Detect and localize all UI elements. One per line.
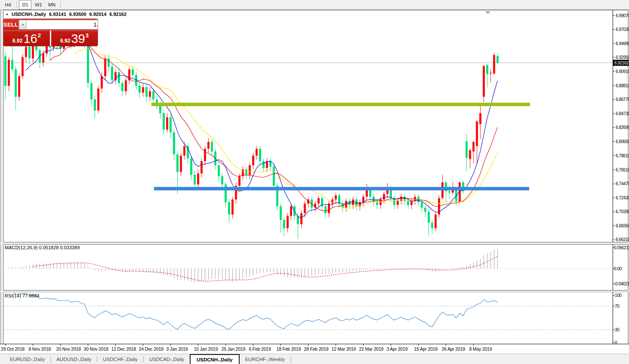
bid-price-prefix: 6.92 [12,38,22,44]
rsi-panel[interactable] [3,292,628,344]
price-axis-label: 6.72430 [616,196,629,200]
rsi-axis-label: 100 [615,293,622,298]
price-axis-label: 6.84730 [616,111,629,116]
price-axis-label: 6.97030 [616,27,629,32]
date-axis-label: 20 Nov 2018 [56,346,81,352]
sell-price-button[interactable]: 6.92 16 2 [3,31,50,46]
tab-usdcad-daily[interactable]: USDCAD-,Daily [144,354,190,364]
price-axis-label: 6.78610 [616,153,629,158]
date-axis-label: 12 Mar 2019 [332,346,356,352]
toolbar-separator [60,1,61,8]
price-axis-label: 6.80650 [616,139,629,144]
price-axis-label: 6.94990 [616,41,629,46]
date-axis-label: 28 Feb 2019 [304,346,329,352]
date-axis-label: 12 Dec 2018 [111,346,136,352]
panel-splitter-macd[interactable] [0,243,629,244]
macd-axis-label: 0.056211 [614,245,629,250]
volume-decrease-button[interactable]: ▼ [19,20,27,29]
ohlc-open: 6.93141 [49,12,66,17]
date-axis-label: 8 May 2019 [469,346,492,352]
date-axis-label: 30 Nov 2018 [84,346,109,352]
tab-separator [290,356,291,362]
timeframe-button-d1[interactable]: D1 [19,0,31,9]
price-axis-label: 6.92950 [616,55,629,60]
ohlc-low: 6.92014 [89,12,107,17]
rsi-axis-label: 30 [615,327,620,332]
date-axis-label: 22 Mar 2019 [359,346,384,352]
macd-panel[interactable] [3,245,628,291]
chart-canvas[interactable]: 6.990706.970306.949906.929506.909106.888… [0,10,629,354]
ohlc-high: 6.93500 [69,12,86,17]
support-line-object[interactable] [154,187,529,190]
chart-symbol-timeframe: USDCNH-,Daily [12,12,46,17]
date-axis-label: 25 Jan 2019 [222,346,246,352]
price-axis-label: 6.86770 [616,97,629,102]
date-axis-label: 15 Jan 2019 [194,346,218,352]
sell-button[interactable]: SELL [3,21,18,28]
price-axis-label: 6.99070 [616,13,629,18]
timeframe-toolbar: H4D1W1MN [0,0,629,10]
buy-price-button[interactable]: 6.92 39 3 [51,31,98,46]
panel-splitter-rsi[interactable] [0,291,629,292]
macd-label: MACD(12,26,9) 0.051828 0.033389 [5,245,80,250]
date-axis-label: 24 Dec 2018 [139,346,164,352]
toolbar-separator [16,1,17,8]
macd-axis-label: 0.00 [614,266,622,271]
timeframe-button-h4[interactable]: H4 [2,0,14,9]
mt4-chart-window: H4D1W1MN 6.990706.970306.949906.929506.9… [0,0,629,364]
ask-price-digits: 39 [71,32,85,45]
ask-price-prefix: 6.92 [60,38,70,44]
volume-stepper: ▼ ▲ [18,20,98,30]
chart-title: ▲ USDCNH-,Daily 6.93141 6.93500 6.92014 … [6,12,126,17]
tab-eurchf-weekly[interactable]: EURCHF-,Weekly [240,354,290,364]
volume-input[interactable] [27,20,98,29]
price-axis-label: 6.82690 [616,125,629,130]
date-axis-label: 29 Oct 2018 [1,346,25,352]
date-axis-label: 3 Jan 2019 [166,346,188,352]
timeframe-button-w1[interactable]: W1 [32,0,45,9]
tab-usdcnh-daily[interactable]: USDCNH-,Daily [190,354,240,364]
tab-audusd-daily[interactable]: AUDUSD-,Daily [51,354,97,364]
date-axis-label: 18 Feb 2019 [277,346,301,352]
resistance-line-object[interactable] [151,103,530,106]
price-axis-label: 6.88810 [616,83,629,88]
rsi-label: RSI(14) 77.8884 [5,293,40,298]
bid-price-pip: 2 [38,32,41,39]
date-axis-label: 6 Feb 2019 [249,346,271,352]
price-axis-label: 6.76510 [616,168,629,172]
rsi-axis-label: 0 [615,340,617,345]
ohlc-close: 6.92162 [109,12,126,17]
price-axis-label: 6.68350 [616,223,629,228]
date-axis-label: 8 Nov 2018 [29,346,51,352]
price-axis-label: 6.90910 [616,69,629,74]
one-click-trade-panel: SELL ▼ ▲ BUY 6.92 16 2 6.92 39 3 [3,19,98,46]
date-axis-label: 26 Apr 2019 [442,346,466,352]
price-axis-label: 6.74470 [616,181,629,186]
tab-eurusd-daily[interactable]: EURUSD-,Daily [4,354,50,364]
bid-price-digits: 16 [23,32,37,45]
date-axis-label: 15 Apr 2019 [414,346,438,352]
ask-price-pip: 3 [86,32,89,39]
collapse-panel-icon[interactable]: ▲ [6,12,9,15]
chart-tab-bar: EURUSD-,DailyAUDUSD-,DailyUSDCHF-,DailyU… [0,354,629,364]
svg-text:6.92162: 6.92162 [614,61,629,65]
price-axis-label: 6.70390 [616,209,629,214]
tab-usdchf-daily[interactable]: USDCHF-,Daily [97,354,143,364]
macd-axis-label: -0.040218 [614,281,629,286]
timeframe-button-mn[interactable]: MN [46,0,58,9]
date-axis-label: 3 Apr 2019 [387,346,408,352]
rsi-axis-label: 70 [615,304,620,309]
price-axis-label: 6.66310 [616,237,629,242]
